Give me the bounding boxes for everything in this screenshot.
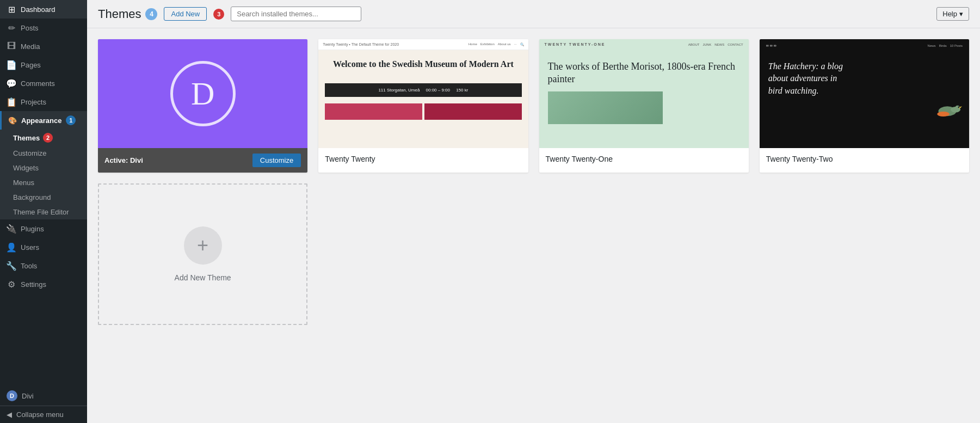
collapse-label: Collapse menu: [16, 410, 64, 419]
sidebar-plugins-label: Plugins: [21, 225, 44, 233]
sidebar-item-widgets[interactable]: Widgets: [7, 161, 87, 175]
theme-card-divi[interactable]: D Active: Divi Customize: [98, 39, 307, 173]
divi-label: Divi: [22, 392, 34, 400]
sidebar-item-label: Dashboard: [21, 5, 56, 14]
add-new-theme-card[interactable]: + Add New Theme: [98, 183, 307, 325]
sidebar-item-label: Projects: [21, 98, 46, 106]
tt-block-2: [424, 103, 522, 120]
sidebar-item-label: Media: [21, 42, 40, 51]
sidebar-item-divi[interactable]: D Divi: [0, 386, 87, 406]
themes-badge: 2: [43, 133, 53, 143]
ttw-title: The Hatchery: a blogabout adventures inb…: [768, 60, 960, 97]
sidebar-item-plugins[interactable]: 🔌 Plugins: [0, 219, 87, 238]
sidebar-item-appearance[interactable]: 🎨 Appearance 1: [0, 111, 87, 130]
sidebar-item-dashboard[interactable]: ⊞ Dashboard: [0, 0, 87, 19]
main-content: Themes 4 Add New 3 Help ▾ D Active:: [87, 0, 980, 423]
sidebar-item-comments[interactable]: 💬 Comments: [0, 74, 87, 93]
sidebar-item-media[interactable]: 🎞 Media: [0, 37, 87, 56]
sidebar-item-themes[interactable]: Themes 2: [7, 130, 87, 146]
pages-icon: 📄: [7, 60, 16, 70]
appearance-badge: 1: [66, 115, 76, 125]
active-label: Active: Divi: [104, 156, 143, 164]
tt-content-row: [325, 103, 521, 120]
step3-badge: 3: [213, 9, 224, 20]
twenty-twentyone-thumb: TWENTY TWENTY-ONE ABOUT JUNK NEWS CONTAC…: [539, 39, 749, 148]
twenty-twenty-name: Twenty Twenty: [318, 148, 528, 170]
projects-icon: 📋: [7, 97, 16, 107]
twenty-twenty-thumb: Twenty Twenty • The Default Theme for 20…: [318, 39, 528, 148]
twenty-twentytwo-preview: ∞∞∞ News Birda 10 Posts The Hatchery: a …: [760, 39, 969, 148]
sidebar-item-projects[interactable]: 📋 Projects: [0, 93, 87, 111]
sidebar-users-label: Users: [21, 243, 39, 252]
twenty-twentytwo-thumb: ∞∞∞ News Birda 10 Posts The Hatchery: a …: [760, 39, 969, 148]
ttw-header: ∞∞∞ News Birda 10 Posts: [760, 39, 969, 52]
twenty-twentyone-preview: TWENTY TWENTY-ONE ABOUT JUNK NEWS CONTAC…: [539, 39, 749, 148]
topbar: Themes 4 Add New 3 Help ▾: [87, 0, 980, 28]
sidebar-item-theme-file-editor[interactable]: Theme File Editor: [7, 205, 87, 219]
twenty-twentyone-name: Twenty Twenty-One: [539, 148, 749, 170]
appearance-label-text: Appearance: [21, 117, 61, 125]
tto-logo: TWENTY TWENTY-ONE: [545, 42, 606, 46]
sidebar-item-collapse[interactable]: ◀ Collapse menu: [0, 406, 87, 423]
media-icon: 🎞: [7, 41, 16, 51]
sidebar-item-menus[interactable]: Menus: [7, 175, 87, 190]
tt-nav: Home Exhibition About us ··· 🔍: [469, 42, 524, 46]
tools-icon: 🔧: [7, 261, 16, 271]
sidebar-item-background[interactable]: Background: [7, 190, 87, 205]
sidebar-item-tools[interactable]: 🔧 Tools: [0, 256, 87, 275]
add-new-button[interactable]: Add New: [164, 7, 207, 21]
page-title-text: Themes: [98, 7, 141, 21]
appearance-submenu: Themes 2 Customize Widgets Menus Backgro…: [0, 130, 87, 219]
dashboard-icon: ⊞: [7, 4, 16, 14]
active-theme-bar: Active: Divi Customize: [98, 148, 307, 173]
sidebar-item-posts[interactable]: ✏ Posts: [0, 19, 87, 37]
sidebar-item-customize[interactable]: Customize: [7, 146, 87, 161]
add-theme-icon: +: [184, 226, 222, 265]
collapse-icon: ◀: [7, 410, 12, 419]
divi-theme-thumb: D: [98, 39, 307, 148]
search-input[interactable]: [231, 7, 361, 21]
theme-count-badge: 4: [145, 8, 157, 20]
divi-icon: D: [7, 390, 17, 401]
theme-card-twenty-twenty-one[interactable]: TWENTY TWENTY-ONE ABOUT JUNK NEWS CONTAC…: [539, 39, 749, 173]
tt-logo: Twenty Twenty • The Default Theme for 20…: [323, 42, 399, 46]
tt-address-bar: 111 Storgatan, Umeå 00:00 – 9:00 150 kr: [325, 83, 521, 97]
sidebar-item-label: Pages: [21, 61, 41, 69]
sidebar-settings-label: Settings: [21, 280, 46, 289]
tto-header: TWENTY TWENTY-ONE ABOUT JUNK NEWS CONTAC…: [539, 39, 749, 50]
sidebar-item-pages[interactable]: 📄 Pages: [0, 56, 87, 74]
customize-button[interactable]: Customize: [252, 154, 301, 167]
sidebar: ⊞ Dashboard ✏ Posts 🎞 Media 📄 Pages 💬 Co…: [0, 0, 87, 423]
sidebar-item-label: Comments: [21, 79, 55, 88]
twenty-twenty-preview: Twenty Twenty • The Default Theme for 20…: [318, 39, 528, 148]
theme-card-twenty-twenty-two[interactable]: ∞∞∞ News Birda 10 Posts The Hatchery: a …: [760, 39, 969, 173]
divi-preview: D: [98, 39, 307, 148]
bird-illustration: [931, 99, 964, 121]
sidebar-item-label: Posts: [21, 24, 39, 32]
tto-hero: The works of Berthe Morisot, 1800s-era F…: [539, 50, 749, 148]
sidebar-appearance-section: 🎨 Appearance 1 Themes 2 Customize Widget…: [0, 111, 87, 219]
themes-grid: D Active: Divi Customize Twenty Twent: [98, 39, 969, 325]
tt-block-1: [325, 103, 422, 120]
themes-area: D Active: Divi Customize Twenty Twent: [87, 28, 980, 423]
tt-hero: Welcome to the Swedish Museum of Modern …: [318, 50, 528, 79]
divi-logo: D: [170, 61, 236, 126]
tto-image: [548, 91, 663, 124]
tt-title: Welcome to the Swedish Museum of Modern …: [325, 59, 521, 70]
sidebar-item-users[interactable]: 👤 Users: [0, 238, 87, 256]
appearance-icon: 🎨: [8, 117, 17, 125]
users-icon: 👤: [7, 242, 16, 252]
ttw-logo: ∞∞∞: [766, 44, 778, 47]
tt-header: Twenty Twenty • The Default Theme for 20…: [318, 39, 528, 50]
add-new-theme-label: Add New Theme: [175, 273, 231, 282]
settings-icon: ⚙: [7, 279, 16, 289]
plugins-icon: 🔌: [7, 224, 16, 234]
help-button[interactable]: Help ▾: [936, 7, 969, 21]
ttw-nav: News Birda 10 Posts: [928, 44, 963, 47]
help-chevron-icon: ▾: [959, 10, 963, 18]
sidebar-tools-label: Tools: [21, 262, 37, 270]
sidebar-item-settings[interactable]: ⚙ Settings: [0, 275, 87, 293]
help-label: Help: [942, 10, 957, 18]
theme-card-twenty-twenty[interactable]: Twenty Twenty • The Default Theme for 20…: [318, 39, 528, 173]
comments-icon: 💬: [7, 78, 16, 88]
